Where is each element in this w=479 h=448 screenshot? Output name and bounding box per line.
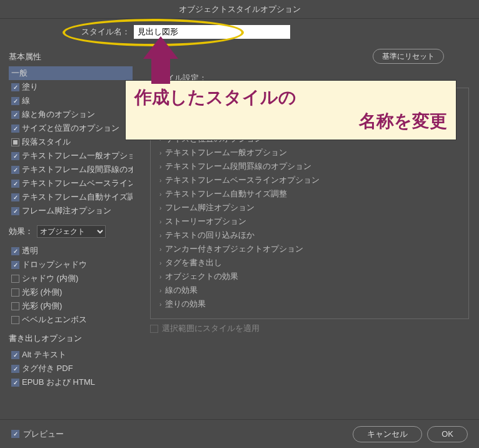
tree-item-label: ストーリーオプション xyxy=(165,216,246,227)
tree-item-label: フレーム脚注オプション xyxy=(165,202,255,213)
cancel-button[interactable]: キャンセル xyxy=(353,426,422,442)
tree-item-label: オブジェクトの効果 xyxy=(165,271,238,282)
effect-item[interactable]: 光彩 (内側) xyxy=(9,299,133,313)
chevron-right-icon: › xyxy=(159,301,161,308)
tree-item[interactable]: ›アンカー付きオブジェクトオプション xyxy=(154,242,468,256)
tree-item-label: テキストフレームベースラインオプション xyxy=(165,175,320,186)
tree-item-label: テキストフレーム自動サイズ調整 xyxy=(165,188,287,200)
checkbox[interactable]: ✓ xyxy=(11,365,19,373)
chevron-right-icon: › xyxy=(159,218,161,225)
basic-item[interactable]: ✓線 xyxy=(9,94,133,108)
chevron-right-icon: › xyxy=(159,246,161,253)
basic-item[interactable]: 段落スタイル xyxy=(9,135,133,149)
basic-item[interactable]: ✓サイズと位置のオプション xyxy=(9,121,133,135)
preview-checkbox[interactable]: ✓ xyxy=(11,430,19,438)
checkbox[interactable] xyxy=(11,138,19,146)
tree-item-label: アンカー付きオブジェクトオプション xyxy=(165,243,303,255)
reset-to-base-button[interactable]: 基準にリセット xyxy=(373,49,444,64)
checkbox[interactable]: ✓ xyxy=(11,97,19,105)
chevron-right-icon: › xyxy=(159,287,161,294)
checkbox[interactable]: ✓ xyxy=(11,247,19,255)
tree-item-label: テキストフレーム一般オプション xyxy=(165,147,287,158)
tree-item[interactable]: ›テキストフレーム自動サイズ調整 xyxy=(154,187,468,201)
effect-item[interactable]: シャドウ (内側) xyxy=(9,272,133,285)
checkbox[interactable] xyxy=(11,275,19,283)
tree-item[interactable]: ›テキストフレーム一般オプション xyxy=(154,146,468,160)
checkbox[interactable]: ✓ xyxy=(11,125,19,133)
checkbox[interactable]: ✓ xyxy=(11,152,19,160)
chevron-right-icon: › xyxy=(159,191,161,198)
preview-label: プレビュー xyxy=(23,429,64,440)
basic-item[interactable]: ✓テキストフレーム段間罫線のオプション xyxy=(9,163,133,176)
export-item-label: EPUB および HTML xyxy=(22,377,95,388)
tree-item[interactable]: ›ストーリーオプション xyxy=(154,215,468,228)
checkbox[interactable]: ✓ xyxy=(11,351,19,359)
tree-item[interactable]: ›フレーム脚注オプション xyxy=(154,201,468,215)
checkbox[interactable]: ✓ xyxy=(11,180,19,188)
chevron-right-icon: › xyxy=(159,177,161,184)
apply-to-selection-checkbox xyxy=(150,325,158,333)
checkbox[interactable]: ✓ xyxy=(11,166,19,174)
sidebar: 基本属性 一般✓塗り✓線✓線と角のオプション✓サイズと位置のオプション段落スタイ… xyxy=(0,45,138,400)
checkbox[interactable]: ✓ xyxy=(11,379,19,387)
basic-item-label: テキストフレーム自動サイズ調整 xyxy=(22,191,133,203)
basic-item[interactable]: ✓テキストフレーム一般オプション xyxy=(9,149,133,163)
basic-item[interactable]: ✓テキストフレームベースラインオプション xyxy=(9,176,133,190)
tree-item-label: タグを書き出し xyxy=(165,257,222,268)
style-name-label: スタイル名： xyxy=(81,26,130,38)
chevron-right-icon: › xyxy=(159,205,161,211)
basic-item[interactable]: ✓塗り xyxy=(9,80,133,94)
export-item[interactable]: ✓タグ付き PDF xyxy=(9,362,133,375)
effect-item-label: ドロップシャドウ xyxy=(22,259,87,270)
export-item[interactable]: ✓EPUB および HTML xyxy=(9,375,133,389)
tree-item-label: 線の効果 xyxy=(165,285,198,296)
checkbox[interactable] xyxy=(11,288,19,297)
checkbox[interactable]: ✓ xyxy=(11,193,19,201)
apply-to-selection-label: 選択範囲にスタイルを適用 xyxy=(162,323,260,334)
tree-item-label: テキストの回り込みほか xyxy=(165,230,255,241)
basic-item-label: 線 xyxy=(22,95,30,106)
checkbox[interactable] xyxy=(11,302,19,310)
basic-item-label: サイズと位置のオプション xyxy=(22,123,119,134)
basic-item-label: 一般 xyxy=(11,68,28,79)
tree-item[interactable]: ›塗りの効果 xyxy=(154,297,468,311)
basic-item[interactable]: ✓フレーム脚注オプション xyxy=(9,204,133,218)
checkbox[interactable]: ✓ xyxy=(11,207,19,215)
effect-head: 効果： xyxy=(9,226,33,237)
tree-item-label: 塗りの効果 xyxy=(165,298,206,310)
tree-item[interactable]: ›線の効果 xyxy=(154,283,468,297)
tree-item[interactable]: ›テキストフレーム段間罫線のオプション xyxy=(154,160,468,173)
basic-item-label: テキストフレーム一般オプション xyxy=(22,150,133,161)
tree-item[interactable]: ›テキストの回り込みほか xyxy=(154,228,468,242)
effect-item[interactable]: ✓透明 xyxy=(9,244,133,258)
checkbox[interactable] xyxy=(11,316,19,324)
basic-item[interactable]: ✓テキストフレーム自動サイズ調整 xyxy=(9,190,133,204)
effect-select[interactable]: オブジェクト xyxy=(37,225,106,238)
tree-item[interactable]: ›オブジェクトの効果 xyxy=(154,270,468,283)
checkbox[interactable]: ✓ xyxy=(11,111,19,119)
basic-item[interactable]: ✓線と角のオプション xyxy=(9,108,133,121)
dialog-title: オブジェクトスタイルオプション xyxy=(0,0,479,19)
chevron-right-icon: › xyxy=(159,163,161,170)
dialog-footer: ✓ プレビュー キャンセル OK xyxy=(0,419,479,448)
basic-item[interactable]: 一般 xyxy=(9,66,133,80)
tree-item[interactable]: ›タグを書き出し xyxy=(154,256,468,270)
effect-item[interactable]: ✓ドロップシャドウ xyxy=(9,258,133,272)
effect-item-label: 光彩 (外側) xyxy=(22,287,62,298)
checkbox[interactable]: ✓ xyxy=(11,261,19,269)
checkbox[interactable]: ✓ xyxy=(11,83,19,91)
annotation-callout: 作成したスタイルの 名称を変更 xyxy=(125,80,456,140)
chevron-right-icon: › xyxy=(159,232,161,239)
export-options-head: 書き出しオプション xyxy=(9,333,133,344)
basic-item-label: 段落スタイル xyxy=(22,136,71,148)
basic-item-label: 線と角のオプション xyxy=(22,109,95,120)
effect-item[interactable]: ベベルとエンボス xyxy=(9,313,133,327)
basic-item-label: 塗り xyxy=(22,81,38,93)
tree-item-label: テキストフレーム段間罫線のオプション xyxy=(165,161,311,172)
chevron-right-icon: › xyxy=(159,150,161,156)
tree-item[interactable]: ›テキストフレームベースラインオプション xyxy=(154,173,468,187)
chevron-right-icon: › xyxy=(159,260,161,267)
ok-button[interactable]: OK xyxy=(427,426,468,442)
export-item[interactable]: ✓Alt テキスト xyxy=(9,348,133,362)
effect-item[interactable]: 光彩 (外側) xyxy=(9,285,133,299)
